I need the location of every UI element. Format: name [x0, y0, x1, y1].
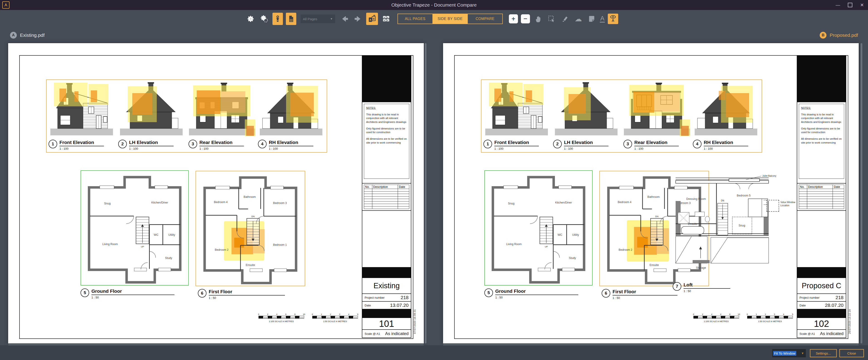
- torch-tool-button[interactable]: [273, 13, 283, 25]
- zoom-level-dropdown[interactable]: Fit To Window ▼: [772, 349, 806, 357]
- loft-plan-drawing-b: Juliet Balcony Dressing Room Bedroom 5 E…: [671, 174, 784, 271]
- sheet-a-elevations-diff-box: 1 Front Elevation 1 : 100 2 LH Elevation…: [46, 80, 327, 153]
- stairs-dn-label-loft: DN: [721, 199, 724, 202]
- scale-value-b: As indicated: [820, 331, 843, 336]
- elevation-2-name-b: LH Elevation: [564, 140, 609, 146]
- plan-6-name-a: First Floor: [209, 289, 285, 296]
- svg-text:5: 5: [357, 313, 358, 315]
- pages-dropdown[interactable]: All Pages ▼: [301, 15, 335, 23]
- elevation-3-number-b: 3: [623, 140, 632, 148]
- plan-6-number-a: 6: [198, 289, 207, 298]
- logo-block-b: [797, 56, 846, 102]
- close-icon[interactable]: ✕: [860, 3, 864, 7]
- room-label-snug-b: Snug: [508, 202, 515, 205]
- room-label-bedroom2-a: Bedroom 2: [215, 248, 229, 251]
- elevation-4-number-b: 4: [693, 140, 702, 148]
- ground-floor-drawing-b: Snug Kitchen/Diner Living Room WC Utilit…: [485, 171, 592, 285]
- chevron-down-icon: ▼: [330, 17, 333, 21]
- minimize-icon[interactable]: —: [836, 3, 840, 7]
- room-label-utility-b: Utility: [572, 233, 579, 237]
- window-controls: — ✕: [836, 0, 864, 10]
- marquee-select-icon[interactable]: [546, 13, 557, 24]
- settings-button[interactable]: Settings...: [810, 349, 837, 357]
- project-number-label-b: Project number: [800, 296, 819, 299]
- stairs-dn-label-b: DN: [655, 215, 658, 218]
- document-a-page[interactable]: 1 Front Elevation 1 : 100 2 LH Elevation…: [8, 43, 424, 343]
- svg-text:2: 2: [267, 313, 268, 315]
- plan-5-name-b: Ground Floor: [495, 288, 578, 295]
- rear-elevation-drawing-b: [623, 81, 690, 137]
- room-label-living-b: Living Room: [506, 243, 522, 246]
- previous-page-button[interactable]: [339, 13, 350, 24]
- svg-text:4: 4: [711, 313, 712, 315]
- first-floor-label-b: 6 First Floor 1 : 50: [602, 289, 677, 300]
- scale-label-b: Scale @ A1: [800, 332, 815, 335]
- ab-compare-view-button[interactable]: A B: [366, 13, 378, 25]
- next-page-button[interactable]: [353, 13, 363, 24]
- tab-compare[interactable]: COMPARE: [468, 14, 502, 24]
- settings-gear-icon[interactable]: [246, 13, 256, 24]
- document-b-badge: B: [820, 32, 827, 38]
- notes-title-a: NOTES:: [366, 106, 407, 110]
- ground-floor-drawing-a: Snug Kitchen/Diner Living Room WC Utilit…: [81, 171, 188, 285]
- svg-text:5: 5: [792, 313, 793, 315]
- notes-title-b: NOTES:: [801, 106, 842, 110]
- pan-hand-icon[interactable]: [533, 13, 544, 24]
- document-a-label: A Existing.pdf: [10, 32, 45, 38]
- tab-all-pages[interactable]: ALL PAGES: [398, 14, 433, 24]
- plan-6-name-b: First Floor: [613, 289, 677, 296]
- room-label-bedroom1-a: Bedroom 1: [273, 243, 287, 246]
- loft-label-b: 7 Loft 1 : 50: [673, 282, 730, 293]
- notes-p3-a: All dimensions are to be verified on sit…: [366, 137, 407, 144]
- close-button[interactable]: Close: [839, 349, 864, 357]
- date-value-a: 13.07.20: [390, 303, 409, 308]
- elevation-3-number: 3: [189, 140, 197, 148]
- storage-label: Storage: [696, 266, 706, 269]
- lh-elevation-label-b: 2 LH Elevation 1 : 100: [552, 140, 620, 150]
- elevation-3-scale: 1 : 100: [199, 147, 244, 150]
- show-annotations-button[interactable]: A: [608, 13, 618, 24]
- zoom-out-button[interactable]: −: [521, 14, 530, 23]
- project-number-label-a: Project number: [365, 296, 384, 299]
- stairs-up-label-b: UP: [545, 245, 548, 248]
- document-pages-button[interactable]: [286, 13, 296, 25]
- elevation-4-name: RH Elevation: [269, 140, 313, 146]
- panel-a-vertical-scrollbar[interactable]: [425, 43, 427, 343]
- text-tool[interactable]: A: [600, 16, 605, 23]
- lh-elevation-drawing-a: [117, 81, 185, 137]
- elevation-1-scale: 1 : 100: [59, 147, 104, 150]
- elevation-2-name: LH Elevation: [129, 140, 174, 146]
- zoom-in-button[interactable]: +: [509, 14, 518, 23]
- app-window: { "window": { "title": "Objective Trapez…: [0, 0, 868, 360]
- highlighter-icon[interactable]: [560, 13, 570, 24]
- lh-elevation-a: 2 LH Elevation 1 : 100: [117, 81, 185, 150]
- elevation-1-scale-b: 1 : 100: [494, 147, 539, 150]
- elevation-3-scale-b: 1 : 100: [634, 147, 679, 150]
- thumbnail-grid-icon[interactable]: [381, 13, 391, 24]
- elevation-4-scale: 1 : 100: [269, 147, 313, 150]
- scalebar-50-label-b: 1:50 SCALE in METRES: [758, 320, 782, 323]
- rh-elevation-drawing-a: [257, 81, 325, 137]
- room-label-living-a: Living Room: [102, 243, 118, 246]
- svg-text:4: 4: [783, 313, 784, 315]
- room-label-bathroom-a: Bathroom: [244, 195, 256, 198]
- scalebar-100-label-a: 1:100 SCALE in METRES: [269, 320, 294, 323]
- svg-text:4: 4: [276, 313, 277, 315]
- room-label-snug-a: Snug: [104, 202, 111, 205]
- sheet-b-elevations-diff-box: 1 Front Elevation 1 : 100 2 LH Elevation…: [481, 80, 762, 153]
- settings-gear-alt-icon[interactable]: [259, 13, 270, 24]
- elevation-1-number-b: 1: [484, 140, 492, 148]
- stairs-up-label-a: UP: [141, 245, 144, 248]
- rh-elevation-drawing-b: [692, 81, 760, 137]
- cloud-markup-icon[interactable]: ☁: [573, 13, 584, 24]
- panel-b-vertical-scrollbar[interactable]: [861, 43, 862, 343]
- note-icon[interactable]: [586, 13, 597, 24]
- room-label-study-a: Study: [165, 256, 173, 259]
- elevation-3-name-b: Rear Elevation: [634, 140, 679, 146]
- ab-icon-letter-b: B: [373, 18, 375, 20]
- tab-side-by-side[interactable]: SIDE BY SIDE: [433, 14, 468, 24]
- scalebar-100-a: 02 46 810 1:100 SCALE in METRES: [256, 313, 306, 323]
- maximize-icon[interactable]: [848, 3, 852, 7]
- document-b-page[interactable]: 1 Front Elevation 1 : 100 2 LH Elevation…: [443, 43, 859, 343]
- stairs-dn-label-a: DN: [251, 215, 254, 218]
